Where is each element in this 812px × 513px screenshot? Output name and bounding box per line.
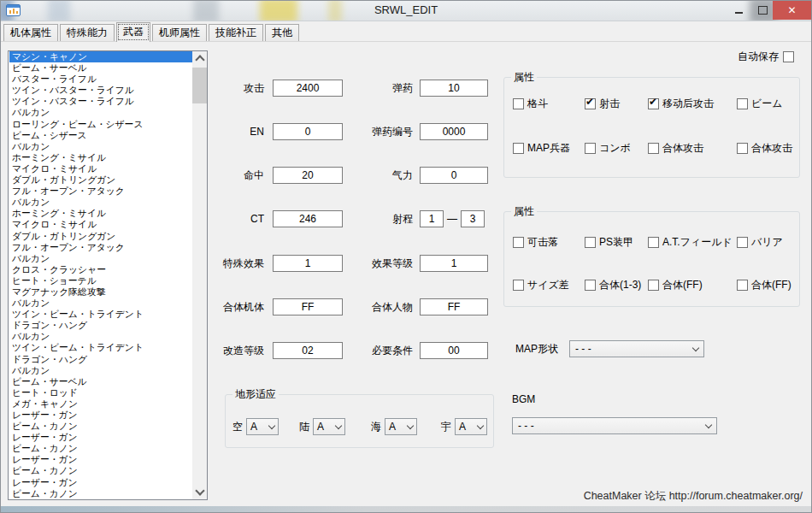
- list-item[interactable]: ヒート・ロッド: [9, 387, 192, 398]
- close-icon: ✕: [787, 4, 796, 16]
- list-item[interactable]: ビーム・サーベル: [9, 376, 192, 387]
- tab-pilot-attributes[interactable]: 机师属性: [152, 24, 207, 41]
- list-item[interactable]: メガ・キャノン: [9, 398, 192, 410]
- list-item[interactable]: ビーム・サーベル: [9, 62, 192, 74]
- checkbox-box: [737, 280, 748, 291]
- checkbox-barrier[interactable]: バリア: [737, 235, 783, 249]
- range-max-input[interactable]: 3: [461, 210, 485, 227]
- tab-skill-correction[interactable]: 技能补正: [209, 24, 263, 41]
- list-item[interactable]: マグアナック隊総攻撃: [9, 286, 192, 298]
- terrain-land-select[interactable]: A: [313, 418, 345, 435]
- range-min-input[interactable]: 1: [420, 210, 444, 227]
- list-item[interactable]: フル・オープン・アタック: [9, 242, 192, 253]
- list-item[interactable]: ビーム・カノン: [9, 443, 192, 454]
- ammo-input[interactable]: 10: [420, 80, 488, 97]
- list-item[interactable]: ツイン・ビーム・トライデント: [9, 309, 192, 320]
- ct-input[interactable]: 246: [273, 210, 343, 227]
- terrain-sea-select[interactable]: A: [385, 418, 417, 435]
- checkbox-box: [585, 143, 596, 154]
- list-item[interactable]: ビーム・カノン: [9, 465, 192, 476]
- checkbox-beam[interactable]: ビーム: [737, 97, 783, 110]
- weapon-list-scrollbar[interactable]: [192, 51, 207, 499]
- combine-unit-label: 合体机体: [223, 298, 264, 315]
- list-item[interactable]: マシン・キャノン: [9, 51, 192, 62]
- list-item[interactable]: バルカン: [9, 141, 192, 152]
- checkbox-combine-1-3[interactable]: 合体(1-3): [585, 278, 641, 292]
- combine-unit-input[interactable]: FF: [273, 298, 343, 315]
- chevron-down-icon: [335, 422, 342, 429]
- checkbox-combine-ff-1[interactable]: 合体(FF): [648, 278, 703, 292]
- list-item[interactable]: バスター・ライフル: [9, 74, 192, 85]
- list-item[interactable]: ダブル・ガトリングガン: [9, 174, 192, 186]
- bgm-select[interactable]: - - -: [512, 417, 717, 434]
- maximize-button[interactable]: [751, 1, 774, 20]
- list-item[interactable]: ビーム・カノン: [9, 421, 192, 432]
- list-item[interactable]: ビーム・カノン: [9, 488, 192, 499]
- special-effect-input[interactable]: 1: [273, 255, 343, 272]
- checkbox-post-move-attack[interactable]: ✔移动后攻击: [648, 97, 714, 110]
- checkbox-at-field[interactable]: A.T.フィールド: [648, 235, 733, 249]
- combine-pilot-input[interactable]: FF: [420, 298, 488, 315]
- chevron-down-icon: [477, 422, 484, 429]
- requirement-input[interactable]: 00: [420, 342, 488, 359]
- list-item[interactable]: レーザー・ガン: [9, 477, 192, 488]
- list-item[interactable]: ホーミング・ミサイル: [9, 208, 192, 219]
- effect-level-input[interactable]: 1: [420, 255, 488, 272]
- list-item[interactable]: マイクロ・ミサイル: [9, 163, 192, 174]
- map-shape-select[interactable]: - - -: [569, 340, 704, 357]
- checkbox-combine-ff-2[interactable]: 合体(FF): [737, 278, 791, 292]
- tab-weapons[interactable]: 武器: [116, 22, 150, 42]
- list-item[interactable]: バルカン: [9, 331, 192, 342]
- upgrade-level-input[interactable]: 02: [273, 342, 343, 359]
- en-input[interactable]: 0: [273, 123, 343, 140]
- scroll-up-button[interactable]: [192, 51, 207, 65]
- list-item[interactable]: フル・オープン・アタック: [9, 186, 192, 197]
- terrain-land: 陆 A: [299, 418, 345, 435]
- list-item[interactable]: レーザー・ガン: [9, 432, 192, 443]
- checkbox-combined-attack-1[interactable]: 合体攻击: [648, 141, 703, 155]
- will-input[interactable]: 0: [420, 167, 488, 184]
- window-title: SRWL_EDIT: [1, 1, 811, 20]
- tab-others[interactable]: 其他: [265, 24, 299, 41]
- checkbox-ps-armor[interactable]: PS装甲: [585, 235, 633, 249]
- terrain-sky-select[interactable]: A: [246, 418, 279, 435]
- checkbox-combo[interactable]: コンボ: [585, 141, 631, 155]
- list-item[interactable]: バルカン: [9, 253, 192, 264]
- list-item[interactable]: バルカン: [9, 197, 192, 208]
- list-item[interactable]: ビーム・シザース: [9, 130, 192, 141]
- terrain-space-select[interactable]: A: [455, 418, 487, 435]
- list-item[interactable]: ローリング・ビーム・シザース: [9, 119, 192, 130]
- list-item[interactable]: ヒート・ショーテル: [9, 275, 192, 286]
- checkbox-size-diff[interactable]: サイズ差: [513, 278, 569, 292]
- scroll-thumb[interactable]: [192, 68, 207, 103]
- list-item[interactable]: ツイン・ビーム・トライデント: [9, 342, 192, 353]
- list-item[interactable]: レーザー・ガン: [9, 454, 192, 465]
- list-item[interactable]: ホーミング・ミサイル: [9, 152, 192, 163]
- list-item[interactable]: ダブル・ガトリングガン: [9, 231, 192, 242]
- hit-input[interactable]: 20: [273, 167, 343, 184]
- list-item[interactable]: ツイン・バスター・ライフル: [9, 96, 192, 107]
- checkbox-melee[interactable]: 格斗: [513, 97, 548, 110]
- list-item[interactable]: ドラゴン・ハング: [9, 320, 192, 331]
- list-item[interactable]: ツイン・バスター・ライフル: [9, 85, 192, 96]
- list-item[interactable]: バルカン: [9, 365, 192, 376]
- list-item[interactable]: マイクロ・ミサイル: [9, 219, 192, 230]
- checkbox-shootdown-able[interactable]: 可击落: [513, 235, 558, 249]
- tab-unit-attributes[interactable]: 机体属性: [3, 24, 58, 41]
- tab-special-abilities[interactable]: 特殊能力: [60, 24, 115, 41]
- list-item[interactable]: ドラゴン・ハング: [9, 354, 192, 365]
- attack-input[interactable]: 2400: [273, 80, 343, 97]
- auto-save-checkbox[interactable]: 自动保存: [738, 50, 794, 64]
- scroll-down-button[interactable]: [192, 486, 207, 499]
- ammo-id-input[interactable]: 0000: [420, 123, 488, 140]
- list-item[interactable]: クロス・クラッシャー: [9, 264, 192, 275]
- list-item[interactable]: レーザー・ガン: [9, 410, 192, 421]
- checkbox-map-weapon[interactable]: MAP兵器: [513, 141, 570, 155]
- range-label: 射程: [368, 210, 413, 227]
- checkbox-shooting[interactable]: ✔射击: [585, 97, 620, 110]
- minimize-button[interactable]: [727, 1, 750, 20]
- list-item[interactable]: バルカン: [9, 107, 192, 118]
- checkbox-combined-attack-2[interactable]: 合体攻击: [737, 141, 792, 155]
- list-item[interactable]: バルカン: [9, 298, 192, 309]
- close-button[interactable]: ✕: [773, 1, 811, 20]
